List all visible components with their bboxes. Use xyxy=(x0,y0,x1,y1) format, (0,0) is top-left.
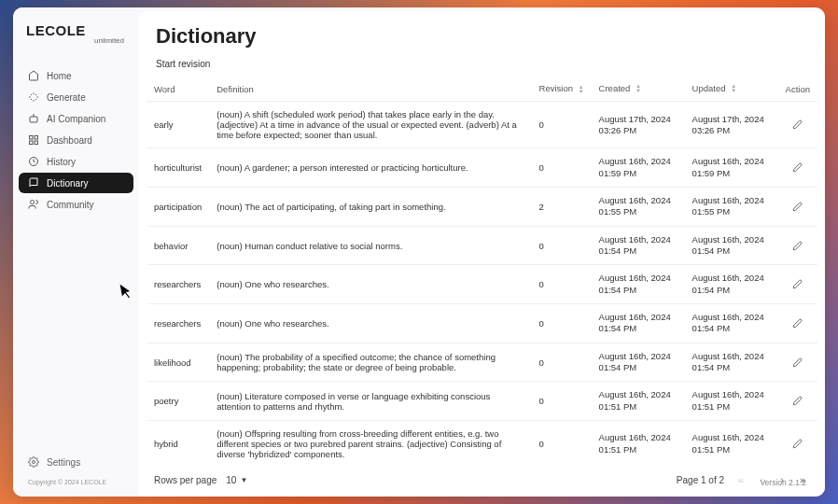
sidebar-item-label: Generate xyxy=(47,92,86,103)
cell-updated: August 16th, 202401:54 PM xyxy=(685,304,778,343)
sidebar-item-label: History xyxy=(47,157,76,167)
table-scroll[interactable]: Word Definition Revision ▲▼ Created ▲▼ U… xyxy=(139,77,825,463)
table-row: behavior(noun) Human conduct relative to… xyxy=(147,226,817,265)
cell-created: August 16th, 202401:54 PM xyxy=(592,343,685,382)
sidebar-item-dashboard[interactable]: Dashboard xyxy=(19,130,133,150)
svg-rect-1 xyxy=(30,136,34,140)
cell-action xyxy=(778,304,817,343)
cell-word: horticulturist xyxy=(147,148,209,188)
cell-created: August 16th, 202401:59 PM xyxy=(592,148,685,188)
sidebar-item-label: AI Companion xyxy=(47,114,105,124)
col-created[interactable]: Created ▲▼ xyxy=(592,77,685,102)
rows-per-page-label: Rows per page xyxy=(154,475,216,485)
cell-revision: 2 xyxy=(532,188,592,227)
sort-icon: ▲▼ xyxy=(635,84,641,93)
cell-definition: (noun) The probability of a specified ou… xyxy=(209,343,531,382)
edit-button[interactable] xyxy=(789,353,807,371)
cell-word: participation xyxy=(147,188,209,227)
sidebar: LECOLE unlimited HomeGenerateAI Companio… xyxy=(13,7,139,497)
svg-point-6 xyxy=(31,201,35,204)
table-row: researchers(noun) One who researches.0Au… xyxy=(147,304,817,343)
sidebar-item-ai-companion[interactable]: AI Companion xyxy=(19,108,133,129)
cell-action xyxy=(778,421,817,463)
dashboard-icon xyxy=(28,134,39,146)
sort-icon: ▲▼ xyxy=(579,85,584,94)
col-action: Action xyxy=(778,77,817,102)
rows-per-page: Rows per page 10 ▼ xyxy=(154,475,247,485)
chevron-down-icon: ▼ xyxy=(240,476,247,484)
cell-action xyxy=(778,382,817,421)
edit-button[interactable] xyxy=(789,435,807,454)
sparkle-icon xyxy=(28,91,39,103)
sidebar-item-community[interactable]: Community xyxy=(19,194,133,215)
cell-updated: August 16th, 202401:54 PM xyxy=(685,343,778,382)
cell-definition: (noun) One who researches. xyxy=(209,265,531,304)
cell-updated: August 16th, 202401:55 PM xyxy=(685,188,778,227)
cell-created: August 16th, 202401:51 PM xyxy=(592,421,685,463)
sidebar-item-label: Dictionary xyxy=(47,178,88,189)
page-title: Dictionary xyxy=(139,11,825,54)
table-row: researchers(noun) One who researches.0Au… xyxy=(147,265,817,304)
sidebar-item-label: Home xyxy=(47,71,72,81)
edit-button[interactable] xyxy=(789,116,807,134)
sidebar-item-generate[interactable]: Generate xyxy=(19,87,133,107)
svg-point-7 xyxy=(33,461,35,464)
page-first-button[interactable]: « xyxy=(733,472,748,487)
cell-revision: 0 xyxy=(532,421,592,463)
book-icon xyxy=(28,177,39,189)
edit-button[interactable] xyxy=(789,236,807,255)
cell-revision: 0 xyxy=(532,226,592,265)
cell-created: August 16th, 202401:54 PM xyxy=(592,226,685,265)
rows-per-page-select[interactable]: 10 ▼ xyxy=(226,475,247,485)
col-definition: Definition xyxy=(209,77,531,102)
cell-action xyxy=(778,102,817,148)
table-row: participation(noun) The act of participa… xyxy=(147,188,817,227)
col-word: Word xyxy=(147,77,209,102)
table-row: horticulturist(noun) A gardener; a perso… xyxy=(147,148,817,188)
cell-definition: (noun) A gardener; a person interested o… xyxy=(209,148,531,188)
page-info: Page 1 of 2 xyxy=(677,475,724,485)
cell-updated: August 16th, 202401:51 PM xyxy=(685,382,778,421)
edit-button[interactable] xyxy=(789,159,807,177)
cell-word: researchers xyxy=(147,265,209,304)
sidebar-item-history[interactable]: History xyxy=(19,151,133,172)
cell-word: researchers xyxy=(147,304,209,343)
settings-link[interactable]: Settings xyxy=(19,451,133,473)
sort-icon: ▲▼ xyxy=(731,84,736,93)
cell-word: hybrid xyxy=(147,421,209,463)
dictionary-table: Word Definition Revision ▲▼ Created ▲▼ U… xyxy=(147,77,817,463)
svg-rect-2 xyxy=(35,136,38,140)
cell-word: behavior xyxy=(147,226,209,265)
edit-button[interactable] xyxy=(789,314,807,332)
table-row: early(noun) A shift (scheduled work peri… xyxy=(147,102,817,148)
cell-definition: (noun) One who researches. xyxy=(209,304,531,343)
start-revision-link[interactable]: Start revision xyxy=(139,55,227,77)
cell-action xyxy=(778,343,817,382)
brand-logo: LECOLE unlimited xyxy=(19,19,133,47)
cell-word: early xyxy=(147,102,209,148)
edit-button[interactable] xyxy=(789,392,807,411)
home-icon xyxy=(28,70,39,81)
svg-rect-0 xyxy=(30,117,37,122)
cell-created: August 17th, 202403:26 PM xyxy=(592,102,685,148)
cell-revision: 0 xyxy=(532,102,592,148)
cell-updated: August 16th, 202401:54 PM xyxy=(685,226,778,265)
col-updated[interactable]: Updated ▲▼ xyxy=(685,77,778,102)
svg-rect-4 xyxy=(35,141,38,145)
edit-button[interactable] xyxy=(789,275,807,294)
cell-created: August 16th, 202401:55 PM xyxy=(592,188,685,227)
table-row: poetry(noun) Literature composed in vers… xyxy=(147,382,817,421)
cell-revision: 0 xyxy=(532,148,592,188)
sidebar-item-dictionary[interactable]: Dictionary xyxy=(19,173,133,193)
cell-definition: (noun) Literature composed in verse or l… xyxy=(209,382,531,421)
cell-word: likelihood xyxy=(147,343,209,382)
edit-button[interactable] xyxy=(789,197,807,216)
cell-updated: August 16th, 202401:51 PM xyxy=(685,421,778,463)
col-revision[interactable]: Revision ▲▼ xyxy=(532,77,592,102)
users-icon xyxy=(28,199,39,210)
settings-label: Settings xyxy=(47,457,80,468)
cell-definition: (noun) The act of participating, of taki… xyxy=(209,188,531,227)
sidebar-item-home[interactable]: Home xyxy=(19,65,133,86)
cell-definition: (noun) Offspring resulting from cross-br… xyxy=(209,421,531,463)
cell-action xyxy=(778,265,817,304)
